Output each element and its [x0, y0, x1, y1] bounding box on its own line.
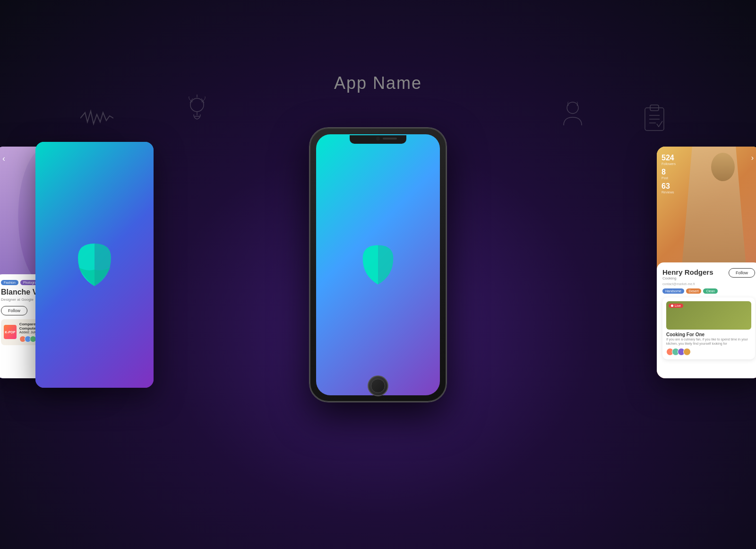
s4-reviews-num: 63 [662, 182, 676, 191]
s4-tag-clean: Clean [703, 288, 717, 294]
s4-card-avatars [666, 348, 751, 356]
s4-post-num: 8 [662, 168, 676, 176]
s4-reviews-label: Reviews [662, 191, 676, 194]
screen-4: 524 Followers 8 Post 63 Reviews › Henry … [657, 147, 756, 378]
clipboard-icon [643, 104, 666, 134]
s4-live-badge: Live [669, 304, 683, 308]
person-icon [560, 99, 586, 130]
s4-card-image: Live [666, 301, 751, 330]
s2-card-thumbnail: K-POP [4, 325, 17, 339]
svg-point-4 [567, 102, 578, 113]
s4-email: contact@market-me.fi [662, 282, 755, 286]
iphone-screen [316, 134, 440, 395]
s2-tag-fashion: Fashion [1, 280, 18, 285]
s4-card-title: Cooking For One [666, 332, 751, 337]
s4-stats: 524 Followers 8 Post 63 Reviews [662, 154, 676, 196]
s4-followers-num: 524 [662, 154, 676, 162]
s4-back-arrow[interactable]: › [751, 154, 754, 162]
iphone-notch [350, 135, 406, 144]
lightbulb-icon [184, 95, 210, 127]
screen-3 [35, 142, 154, 388]
s4-tag-desert: Desert [686, 288, 702, 294]
s4-cooking-card: Live Cooking For One If you are a culina… [662, 297, 755, 359]
s2-follow-button[interactable]: Follow [1, 306, 27, 315]
s4-tag-handsome: Handsome [662, 288, 684, 294]
iphone-mockup [309, 128, 447, 402]
iphone-home-button[interactable] [368, 375, 388, 396]
screens-container: ≡ 👤 Linnie Ramsey 221-067-4004 [94, 137, 662, 411]
app-logo-svg [64, 234, 125, 296]
s4-followers-label: Followers [662, 162, 676, 166]
s4-tags: Handsome Desert Clean [662, 288, 755, 294]
app-title: App Name [334, 73, 422, 93]
iphone-logo [350, 234, 406, 296]
s4-post-label: Post [662, 176, 676, 180]
s2-back-arrow[interactable]: ‹ [2, 154, 5, 164]
s4-follow-button[interactable]: Follow [729, 268, 755, 278]
svg-point-0 [190, 98, 204, 112]
s4-card-desc: If you are a culinary fan, if you like t… [666, 337, 751, 346]
s4-info-panel: Henry Rodgers Cooking contact@market-me.… [657, 262, 756, 378]
waveform-icon [80, 109, 113, 130]
